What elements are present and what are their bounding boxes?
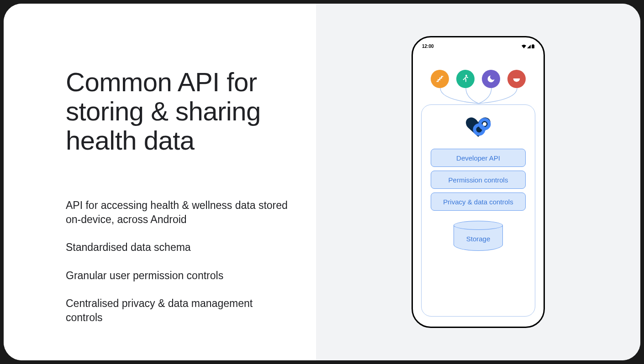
slide-title: Common API for storing & sharing health … xyxy=(66,68,289,155)
runner-icon xyxy=(456,70,475,88)
storage-label: Storage xyxy=(466,235,491,243)
moon-icon xyxy=(482,70,500,88)
health-connect-card: Developer API Permission controls Privac… xyxy=(421,104,535,317)
permission-controls-box: Permission controls xyxy=(431,171,526,189)
bullet-item: Centralised privacy & data management co… xyxy=(66,296,289,325)
bowl-icon xyxy=(507,70,526,88)
bullet-item: Standardised data schema xyxy=(66,240,289,255)
connector-lines xyxy=(419,88,537,104)
left-panel: Common API for storing & sharing health … xyxy=(4,4,316,360)
bullet-item: Granular user permission controls xyxy=(66,269,289,283)
svg-point-5 xyxy=(483,122,486,126)
status-time: 12:00 xyxy=(422,44,434,49)
battery-icon xyxy=(532,44,534,48)
right-panel: 12:00 xyxy=(316,4,640,360)
phone-mockup: 12:00 xyxy=(412,36,545,328)
slide: Common API for storing & sharing health … xyxy=(4,4,640,360)
status-icons xyxy=(522,44,534,48)
status-bar: 12:00 xyxy=(419,44,537,52)
health-connect-logo-icon xyxy=(465,117,491,138)
svg-rect-1 xyxy=(533,44,533,45)
bullet-list: API for accessing health & wellness data… xyxy=(66,198,289,324)
privacy-data-controls-box: Privacy & data controls xyxy=(431,192,526,211)
stairs-icon xyxy=(431,70,449,88)
svg-rect-0 xyxy=(532,45,534,48)
wifi-icon xyxy=(522,45,526,48)
app-icons-row xyxy=(419,70,537,88)
storage-cylinder: Storage xyxy=(454,221,503,251)
signal-icon xyxy=(527,45,531,48)
bullet-item: API for accessing health & wellness data… xyxy=(66,198,289,227)
developer-api-box: Developer API xyxy=(431,149,526,167)
svg-point-2 xyxy=(465,75,467,77)
